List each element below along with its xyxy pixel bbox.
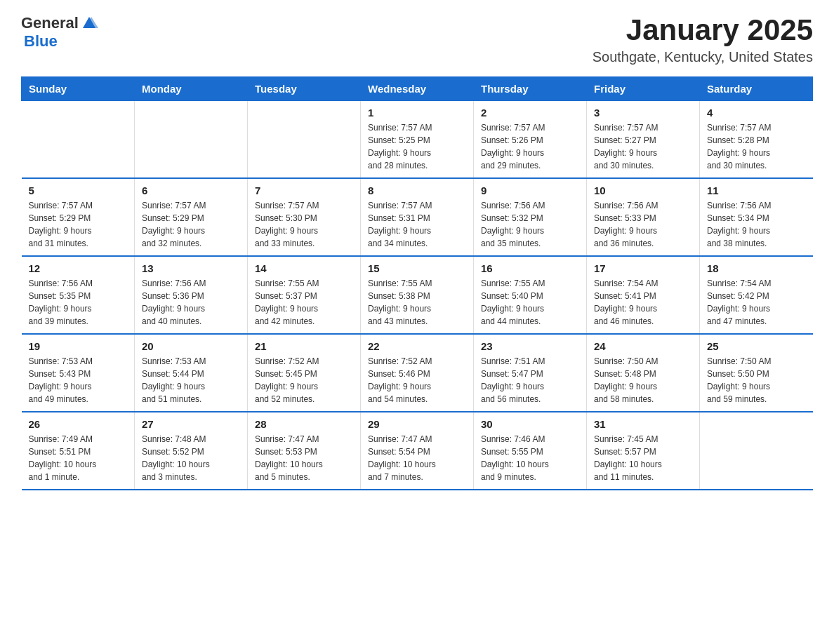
day-number: 28	[255, 418, 353, 430]
day-info: Sunrise: 7:57 AMSunset: 5:25 PMDaylight:…	[368, 121, 466, 172]
day-number: 15	[368, 262, 466, 274]
calendar-cell: 4Sunrise: 7:57 AMSunset: 5:28 PMDaylight…	[700, 101, 813, 179]
day-number: 21	[255, 340, 353, 352]
header-friday: Friday	[587, 77, 700, 101]
header-saturday: Saturday	[700, 77, 813, 101]
calendar-cell: 22Sunrise: 7:52 AMSunset: 5:46 PMDayligh…	[361, 334, 474, 412]
calendar-cell: 10Sunrise: 7:56 AMSunset: 5:33 PMDayligh…	[587, 178, 700, 256]
header-sunday: Sunday	[22, 77, 135, 101]
calendar-body: 1Sunrise: 7:57 AMSunset: 5:25 PMDaylight…	[22, 101, 813, 490]
calendar-cell: 28Sunrise: 7:47 AMSunset: 5:53 PMDayligh…	[248, 412, 361, 490]
day-info: Sunrise: 7:53 AMSunset: 5:43 PMDaylight:…	[29, 355, 128, 405]
day-number: 27	[142, 418, 240, 430]
day-info: Sunrise: 7:46 AMSunset: 5:55 PMDaylight:…	[481, 433, 579, 483]
day-info: Sunrise: 7:57 AMSunset: 5:31 PMDaylight:…	[368, 199, 466, 250]
calendar-cell: 15Sunrise: 7:55 AMSunset: 5:38 PMDayligh…	[361, 256, 474, 334]
day-info: Sunrise: 7:51 AMSunset: 5:47 PMDaylight:…	[481, 355, 579, 405]
day-number: 9	[481, 185, 579, 196]
day-info: Sunrise: 7:57 AMSunset: 5:28 PMDaylight:…	[707, 121, 806, 172]
day-number: 11	[707, 185, 806, 196]
day-number: 14	[255, 262, 353, 274]
day-number: 20	[142, 340, 240, 352]
header-thursday: Thursday	[474, 77, 587, 101]
day-number: 12	[29, 262, 128, 274]
logo: General Blue	[21, 14, 100, 51]
day-info: Sunrise: 7:56 AMSunset: 5:32 PMDaylight:…	[481, 199, 579, 250]
day-number: 6	[142, 185, 240, 196]
week-row-3: 12Sunrise: 7:56 AMSunset: 5:35 PMDayligh…	[22, 256, 813, 334]
day-info: Sunrise: 7:52 AMSunset: 5:46 PMDaylight:…	[368, 355, 466, 405]
calendar-cell: 26Sunrise: 7:49 AMSunset: 5:51 PMDayligh…	[22, 412, 135, 490]
day-info: Sunrise: 7:49 AMSunset: 5:51 PMDaylight:…	[29, 433, 128, 483]
calendar-cell: 29Sunrise: 7:47 AMSunset: 5:54 PMDayligh…	[361, 412, 474, 490]
day-number: 8	[368, 185, 466, 196]
day-info: Sunrise: 7:55 AMSunset: 5:38 PMDaylight:…	[368, 277, 466, 328]
week-row-4: 19Sunrise: 7:53 AMSunset: 5:43 PMDayligh…	[22, 334, 813, 412]
day-info: Sunrise: 7:48 AMSunset: 5:52 PMDaylight:…	[142, 433, 240, 483]
day-number: 24	[594, 340, 692, 352]
day-info: Sunrise: 7:57 AMSunset: 5:30 PMDaylight:…	[255, 199, 353, 250]
day-number: 3	[594, 107, 692, 119]
day-info: Sunrise: 7:54 AMSunset: 5:41 PMDaylight:…	[594, 277, 692, 328]
day-info: Sunrise: 7:57 AMSunset: 5:29 PMDaylight:…	[29, 199, 128, 250]
day-info: Sunrise: 7:52 AMSunset: 5:45 PMDaylight:…	[255, 355, 353, 405]
day-number: 5	[29, 185, 128, 196]
calendar-cell: 21Sunrise: 7:52 AMSunset: 5:45 PMDayligh…	[248, 334, 361, 412]
day-info: Sunrise: 7:56 AMSunset: 5:34 PMDaylight:…	[707, 199, 806, 250]
day-info: Sunrise: 7:56 AMSunset: 5:35 PMDaylight:…	[29, 277, 128, 328]
calendar-cell: 7Sunrise: 7:57 AMSunset: 5:30 PMDaylight…	[248, 178, 361, 256]
calendar-cell: 18Sunrise: 7:54 AMSunset: 5:42 PMDayligh…	[700, 256, 813, 334]
day-number: 4	[707, 107, 806, 119]
day-info: Sunrise: 7:57 AMSunset: 5:29 PMDaylight:…	[142, 199, 240, 250]
day-info: Sunrise: 7:57 AMSunset: 5:27 PMDaylight:…	[594, 121, 692, 172]
calendar-cell: 20Sunrise: 7:53 AMSunset: 5:44 PMDayligh…	[135, 334, 248, 412]
calendar-cell: 14Sunrise: 7:55 AMSunset: 5:37 PMDayligh…	[248, 256, 361, 334]
header-tuesday: Tuesday	[248, 77, 361, 101]
week-row-5: 26Sunrise: 7:49 AMSunset: 5:51 PMDayligh…	[22, 412, 813, 490]
page-header: General Blue January 2025 Southgate, Ken…	[21, 14, 813, 65]
day-info: Sunrise: 7:56 AMSunset: 5:36 PMDaylight:…	[142, 277, 240, 328]
day-info: Sunrise: 7:55 AMSunset: 5:37 PMDaylight:…	[255, 277, 353, 328]
day-info: Sunrise: 7:57 AMSunset: 5:26 PMDaylight:…	[481, 121, 579, 172]
day-number: 10	[594, 185, 692, 196]
day-number: 18	[707, 262, 806, 274]
day-info: Sunrise: 7:54 AMSunset: 5:42 PMDaylight:…	[707, 277, 806, 328]
calendar-cell	[700, 412, 813, 490]
day-info: Sunrise: 7:47 AMSunset: 5:54 PMDaylight:…	[368, 433, 466, 483]
calendar-table: SundayMondayTuesdayWednesdayThursdayFrid…	[21, 76, 813, 490]
calendar-cell	[22, 101, 135, 179]
calendar-cell: 17Sunrise: 7:54 AMSunset: 5:41 PMDayligh…	[587, 256, 700, 334]
day-number: 7	[255, 185, 353, 196]
calendar-cell: 3Sunrise: 7:57 AMSunset: 5:27 PMDaylight…	[587, 101, 700, 179]
day-info: Sunrise: 7:45 AMSunset: 5:57 PMDaylight:…	[594, 433, 692, 483]
header-row: SundayMondayTuesdayWednesdayThursdayFrid…	[22, 77, 813, 101]
calendar-cell: 6Sunrise: 7:57 AMSunset: 5:29 PMDaylight…	[135, 178, 248, 256]
day-number: 30	[481, 418, 579, 430]
day-number: 17	[594, 262, 692, 274]
calendar-cell: 19Sunrise: 7:53 AMSunset: 5:43 PMDayligh…	[22, 334, 135, 412]
calendar-header: SundayMondayTuesdayWednesdayThursdayFrid…	[22, 77, 813, 101]
day-info: Sunrise: 7:56 AMSunset: 5:33 PMDaylight:…	[594, 199, 692, 250]
calendar-cell: 2Sunrise: 7:57 AMSunset: 5:26 PMDaylight…	[474, 101, 587, 179]
logo-icon	[80, 14, 98, 32]
calendar-cell	[248, 101, 361, 179]
day-info: Sunrise: 7:53 AMSunset: 5:44 PMDaylight:…	[142, 355, 240, 405]
calendar-cell: 24Sunrise: 7:50 AMSunset: 5:48 PMDayligh…	[587, 334, 700, 412]
day-number: 23	[481, 340, 579, 352]
main-title: January 2025	[593, 14, 813, 46]
header-monday: Monday	[135, 77, 248, 101]
logo-text-general: General	[21, 14, 79, 32]
calendar-cell: 1Sunrise: 7:57 AMSunset: 5:25 PMDaylight…	[361, 101, 474, 179]
week-row-1: 1Sunrise: 7:57 AMSunset: 5:25 PMDaylight…	[22, 101, 813, 179]
calendar-cell: 31Sunrise: 7:45 AMSunset: 5:57 PMDayligh…	[587, 412, 700, 490]
calendar-cell: 16Sunrise: 7:55 AMSunset: 5:40 PMDayligh…	[474, 256, 587, 334]
calendar-cell: 11Sunrise: 7:56 AMSunset: 5:34 PMDayligh…	[700, 178, 813, 256]
calendar-cell: 23Sunrise: 7:51 AMSunset: 5:47 PMDayligh…	[474, 334, 587, 412]
day-number: 31	[594, 418, 692, 430]
calendar-cell	[135, 101, 248, 179]
calendar-cell: 5Sunrise: 7:57 AMSunset: 5:29 PMDaylight…	[22, 178, 135, 256]
header-wednesday: Wednesday	[361, 77, 474, 101]
calendar-cell: 9Sunrise: 7:56 AMSunset: 5:32 PMDaylight…	[474, 178, 587, 256]
day-info: Sunrise: 7:47 AMSunset: 5:53 PMDaylight:…	[255, 433, 353, 483]
calendar-cell: 8Sunrise: 7:57 AMSunset: 5:31 PMDaylight…	[361, 178, 474, 256]
